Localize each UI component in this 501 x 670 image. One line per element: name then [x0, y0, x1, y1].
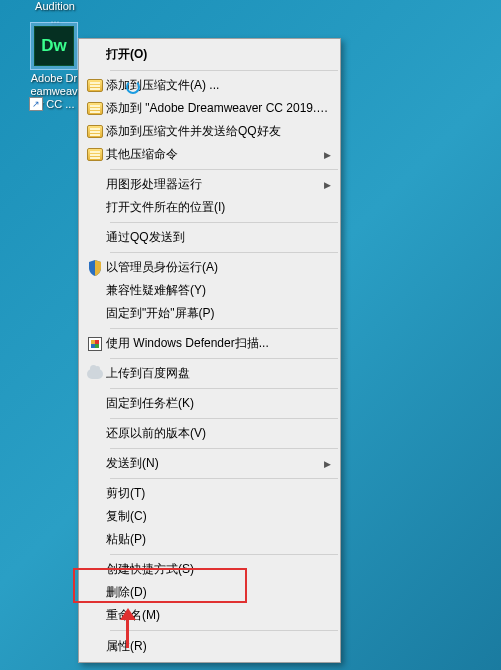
dw-icon-container: Dw ↗	[30, 22, 78, 70]
blank-icon	[84, 305, 106, 323]
menu-delete[interactable]: 删除(D)	[80, 581, 339, 604]
menu-label: 打开文件所在的位置(I)	[106, 199, 331, 216]
busy-cursor-icon	[126, 80, 140, 94]
menu-add-to-named-archive[interactable]: 添加到 "Adobe Dreamweaver CC 2019.zip"(T)	[80, 97, 339, 120]
chevron-right-icon: ▶	[321, 459, 331, 469]
menu-label: 发送到(N)	[106, 455, 321, 472]
desktop-background: Audition ... Dw ↗ Adobe Dreamweaver CC .…	[0, 0, 501, 670]
blank-icon	[84, 229, 106, 247]
menu-open[interactable]: 打开(O)	[80, 42, 339, 67]
menu-label: 用图形处理器运行	[106, 176, 321, 193]
blank-icon	[84, 508, 106, 526]
blank-icon	[84, 176, 106, 194]
menu-pin-to-taskbar[interactable]: 固定到任务栏(K)	[80, 392, 339, 415]
menu-separator	[110, 70, 338, 71]
menu-label: 添加到 "Adobe Dreamweaver CC 2019.zip"(T)	[106, 100, 331, 117]
shield-icon	[84, 259, 106, 277]
menu-qq-send[interactable]: 通过QQ发送到	[80, 226, 339, 249]
blank-icon	[84, 531, 106, 549]
menu-separator	[110, 388, 338, 389]
menu-label: 固定到任务栏(K)	[106, 395, 331, 412]
menu-separator	[110, 418, 338, 419]
blank-icon	[84, 455, 106, 473]
menu-label: 上传到百度网盘	[106, 365, 331, 382]
menu-separator	[110, 222, 338, 223]
menu-label: 还原以前的版本(V)	[106, 425, 331, 442]
menu-separator	[110, 252, 338, 253]
menu-open-file-location[interactable]: 打开文件所在的位置(I)	[80, 196, 339, 219]
menu-create-shortcut[interactable]: 创建快捷方式(S)	[80, 558, 339, 581]
menu-label: 以管理员身份运行(A)	[106, 259, 331, 276]
blank-icon	[84, 425, 106, 443]
blank-icon	[84, 584, 106, 602]
archive-icon	[84, 100, 106, 118]
archive-icon	[84, 146, 106, 164]
menu-label: 剪切(T)	[106, 485, 331, 502]
menu-separator	[110, 554, 338, 555]
menu-label: 重命名(M)	[106, 607, 331, 624]
menu-label: 删除(D)	[106, 584, 331, 601]
menu-rename[interactable]: 重命名(M)	[80, 604, 339, 627]
menu-run-as-admin[interactable]: 以管理员身份运行(A)	[80, 256, 339, 279]
menu-label: 粘贴(P)	[106, 531, 331, 548]
menu-label: 创建快捷方式(S)	[106, 561, 331, 578]
menu-label: 使用 Windows Defender扫描...	[106, 335, 331, 352]
menu-paste[interactable]: 粘贴(P)	[80, 528, 339, 551]
menu-properties[interactable]: 属性(R)	[80, 634, 339, 659]
blank-icon	[84, 395, 106, 413]
menu-separator	[110, 478, 338, 479]
archive-icon	[84, 123, 106, 141]
blank-icon	[84, 561, 106, 579]
context-menu: 打开(O) 添加到压缩文件(A) ... 添加到 "Adobe Dreamwea…	[78, 38, 341, 663]
menu-separator	[110, 448, 338, 449]
menu-pin-to-start[interactable]: 固定到"开始"屏幕(P)	[80, 302, 339, 325]
menu-separator	[110, 328, 338, 329]
blank-icon	[84, 485, 106, 503]
blank-icon	[84, 199, 106, 217]
menu-label: 打开(O)	[106, 46, 331, 63]
menu-run-with-gpu[interactable]: 用图形处理器运行 ▶	[80, 173, 339, 196]
dreamweaver-logo-icon: Dw	[34, 26, 74, 66]
menu-add-and-send-qq[interactable]: 添加到压缩文件并发送给QQ好友	[80, 120, 339, 143]
menu-copy[interactable]: 复制(C)	[80, 505, 339, 528]
menu-label: 属性(R)	[106, 638, 331, 655]
menu-label: 固定到"开始"屏幕(P)	[106, 305, 331, 322]
chevron-right-icon: ▶	[321, 180, 331, 190]
shortcut-overlay-icon: ↗	[29, 97, 43, 111]
menu-add-to-archive[interactable]: 添加到压缩文件(A) ...	[80, 74, 339, 97]
desktop-icon-dreamweaver[interactable]: Dw ↗ Adobe Dreamweaver CC ...	[29, 22, 79, 111]
menu-baidu-upload[interactable]: 上传到百度网盘	[80, 362, 339, 385]
archive-icon	[84, 77, 106, 95]
menu-defender-scan[interactable]: 使用 Windows Defender扫描...	[80, 332, 339, 355]
menu-label: 复制(C)	[106, 508, 331, 525]
menu-separator	[110, 169, 338, 170]
blank-icon	[84, 638, 106, 656]
blank-icon	[84, 282, 106, 300]
menu-label: 通过QQ发送到	[106, 229, 331, 246]
chevron-right-icon: ▶	[321, 150, 331, 160]
menu-other-archive[interactable]: 其他压缩命令 ▶	[80, 143, 339, 166]
menu-label: 添加到压缩文件并发送给QQ好友	[106, 123, 331, 140]
menu-separator	[110, 630, 338, 631]
menu-separator	[110, 358, 338, 359]
menu-compat-troubleshoot[interactable]: 兼容性疑难解答(Y)	[80, 279, 339, 302]
menu-send-to[interactable]: 发送到(N) ▶	[80, 452, 339, 475]
menu-cut[interactable]: 剪切(T)	[80, 482, 339, 505]
menu-label: 其他压缩命令	[106, 146, 321, 163]
blank-icon	[84, 46, 106, 64]
blank-icon	[84, 607, 106, 625]
menu-restore-previous[interactable]: 还原以前的版本(V)	[80, 422, 339, 445]
cloud-icon	[84, 365, 106, 383]
defender-icon	[84, 335, 106, 353]
menu-label: 兼容性疑难解答(Y)	[106, 282, 331, 299]
